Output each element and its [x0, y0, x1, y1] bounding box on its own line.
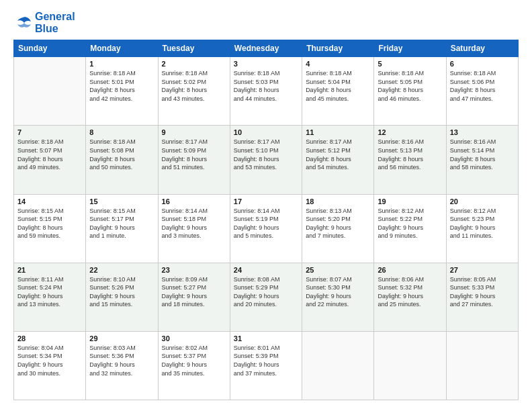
logo: General Blue — [13, 11, 75, 34]
day-info: Sunrise: 8:15 AM Sunset: 5:15 PM Dayligh… — [17, 207, 82, 240]
day-cell: 15Sunrise: 8:15 AM Sunset: 5:17 PM Dayli… — [86, 194, 158, 263]
day-cell — [374, 331, 446, 400]
day-number: 24 — [234, 266, 298, 274]
day-number: 3 — [234, 60, 298, 68]
day-number: 10 — [234, 128, 298, 136]
day-cell: 13Sunrise: 8:16 AM Sunset: 5:14 PM Dayli… — [446, 126, 518, 194]
weekday-header-sunday: Sunday — [14, 40, 86, 57]
day-number: 23 — [162, 266, 226, 274]
day-number: 9 — [162, 128, 226, 136]
day-number: 19 — [378, 197, 442, 205]
day-info: Sunrise: 8:18 AM Sunset: 5:04 PM Dayligh… — [306, 69, 370, 103]
weekday-header-thursday: Thursday — [302, 40, 374, 57]
day-cell — [302, 331, 374, 400]
day-number: 5 — [378, 60, 442, 68]
day-info: Sunrise: 8:02 AM Sunset: 5:37 PM Dayligh… — [162, 344, 226, 377]
week-row-1: 1Sunrise: 8:18 AM Sunset: 5:01 PM Daylig… — [14, 57, 519, 126]
calendar-table: SundayMondayTuesdayWednesdayThursdayFrid… — [13, 40, 519, 400]
day-info: Sunrise: 8:09 AM Sunset: 5:27 PM Dayligh… — [162, 275, 226, 309]
day-info: Sunrise: 8:10 AM Sunset: 5:26 PM Dayligh… — [89, 275, 154, 309]
day-cell: 9Sunrise: 8:17 AM Sunset: 5:09 PM Daylig… — [158, 126, 230, 194]
day-info: Sunrise: 8:18 AM Sunset: 5:01 PM Dayligh… — [89, 69, 154, 103]
day-info: Sunrise: 8:12 AM Sunset: 5:22 PM Dayligh… — [378, 207, 442, 240]
day-cell — [14, 57, 86, 126]
logo-text: General Blue — [35, 11, 75, 34]
day-cell: 30Sunrise: 8:02 AM Sunset: 5:37 PM Dayli… — [158, 331, 230, 400]
day-number: 17 — [234, 197, 298, 205]
day-cell: 3Sunrise: 8:18 AM Sunset: 5:03 PM Daylig… — [230, 57, 302, 126]
day-number: 15 — [89, 197, 154, 205]
header: General Blue — [13, 11, 519, 34]
day-number: 22 — [89, 266, 154, 274]
day-info: Sunrise: 8:16 AM Sunset: 5:13 PM Dayligh… — [378, 138, 442, 171]
day-number: 4 — [306, 60, 370, 68]
day-number: 29 — [89, 334, 154, 342]
day-cell: 21Sunrise: 8:11 AM Sunset: 5:24 PM Dayli… — [14, 263, 86, 331]
day-number: 12 — [378, 128, 442, 136]
day-number: 21 — [17, 266, 82, 274]
day-cell: 28Sunrise: 8:04 AM Sunset: 5:34 PM Dayli… — [14, 331, 86, 400]
day-info: Sunrise: 8:08 AM Sunset: 5:29 PM Dayligh… — [234, 275, 298, 309]
day-cell: 6Sunrise: 8:18 AM Sunset: 5:06 PM Daylig… — [446, 57, 518, 126]
day-number: 14 — [17, 197, 82, 205]
day-info: Sunrise: 8:17 AM Sunset: 5:09 PM Dayligh… — [162, 138, 226, 171]
day-cell: 8Sunrise: 8:18 AM Sunset: 5:08 PM Daylig… — [86, 126, 158, 194]
weekday-header-monday: Monday — [86, 40, 158, 57]
week-row-4: 21Sunrise: 8:11 AM Sunset: 5:24 PM Dayli… — [14, 263, 519, 331]
day-cell: 20Sunrise: 8:12 AM Sunset: 5:23 PM Dayli… — [446, 194, 518, 263]
weekday-header-wednesday: Wednesday — [230, 40, 302, 57]
day-cell: 10Sunrise: 8:17 AM Sunset: 5:10 PM Dayli… — [230, 126, 302, 194]
day-info: Sunrise: 8:12 AM Sunset: 5:23 PM Dayligh… — [450, 207, 515, 240]
weekday-header-row: SundayMondayTuesdayWednesdayThursdayFrid… — [14, 40, 519, 57]
day-number: 1 — [89, 60, 154, 68]
weekday-header-friday: Friday — [374, 40, 446, 57]
day-cell: 4Sunrise: 8:18 AM Sunset: 5:04 PM Daylig… — [302, 57, 374, 126]
day-info: Sunrise: 8:18 AM Sunset: 5:07 PM Dayligh… — [17, 138, 82, 171]
day-number: 30 — [162, 334, 226, 342]
week-row-3: 14Sunrise: 8:15 AM Sunset: 5:15 PM Dayli… — [14, 194, 519, 263]
day-info: Sunrise: 8:03 AM Sunset: 5:36 PM Dayligh… — [89, 344, 154, 377]
day-info: Sunrise: 8:15 AM Sunset: 5:17 PM Dayligh… — [89, 207, 154, 240]
day-info: Sunrise: 8:11 AM Sunset: 5:24 PM Dayligh… — [17, 275, 82, 309]
day-number: 28 — [17, 334, 82, 342]
day-cell: 12Sunrise: 8:16 AM Sunset: 5:13 PM Dayli… — [374, 126, 446, 194]
day-info: Sunrise: 8:07 AM Sunset: 5:30 PM Dayligh… — [306, 275, 370, 309]
day-number: 6 — [450, 60, 515, 68]
day-number: 7 — [17, 128, 82, 136]
day-number: 13 — [450, 128, 515, 136]
weekday-header-tuesday: Tuesday — [158, 40, 230, 57]
day-cell: 23Sunrise: 8:09 AM Sunset: 5:27 PM Dayli… — [158, 263, 230, 331]
week-row-2: 7Sunrise: 8:18 AM Sunset: 5:07 PM Daylig… — [14, 126, 519, 194]
day-cell: 11Sunrise: 8:17 AM Sunset: 5:12 PM Dayli… — [302, 126, 374, 194]
day-info: Sunrise: 8:06 AM Sunset: 5:32 PM Dayligh… — [378, 275, 442, 309]
day-info: Sunrise: 8:18 AM Sunset: 5:06 PM Dayligh… — [450, 69, 515, 103]
calendar-page: General Blue SundayMondayTuesdayWednesda… — [0, 0, 532, 411]
day-cell: 22Sunrise: 8:10 AM Sunset: 5:26 PM Dayli… — [86, 263, 158, 331]
day-number: 2 — [162, 60, 226, 68]
day-cell: 16Sunrise: 8:14 AM Sunset: 5:18 PM Dayli… — [158, 194, 230, 263]
day-info: Sunrise: 8:14 AM Sunset: 5:19 PM Dayligh… — [234, 207, 298, 240]
day-number: 25 — [306, 266, 370, 274]
logo-icon — [13, 15, 32, 31]
day-info: Sunrise: 8:18 AM Sunset: 5:08 PM Dayligh… — [89, 138, 154, 171]
day-cell: 31Sunrise: 8:01 AM Sunset: 5:39 PM Dayli… — [230, 331, 302, 400]
day-number: 8 — [89, 128, 154, 136]
day-cell: 17Sunrise: 8:14 AM Sunset: 5:19 PM Dayli… — [230, 194, 302, 263]
weekday-header-saturday: Saturday — [446, 40, 518, 57]
day-info: Sunrise: 8:17 AM Sunset: 5:12 PM Dayligh… — [306, 138, 370, 171]
day-number: 16 — [162, 197, 226, 205]
day-cell: 19Sunrise: 8:12 AM Sunset: 5:22 PM Dayli… — [374, 194, 446, 263]
day-number: 11 — [306, 128, 370, 136]
day-info: Sunrise: 8:18 AM Sunset: 5:05 PM Dayligh… — [378, 69, 442, 103]
day-cell: 25Sunrise: 8:07 AM Sunset: 5:30 PM Dayli… — [302, 263, 374, 331]
day-number: 26 — [378, 266, 442, 274]
day-info: Sunrise: 8:18 AM Sunset: 5:02 PM Dayligh… — [162, 69, 226, 103]
day-cell: 1Sunrise: 8:18 AM Sunset: 5:01 PM Daylig… — [86, 57, 158, 126]
day-number: 20 — [450, 197, 515, 205]
day-cell: 2Sunrise: 8:18 AM Sunset: 5:02 PM Daylig… — [158, 57, 230, 126]
day-cell: 7Sunrise: 8:18 AM Sunset: 5:07 PM Daylig… — [14, 126, 86, 194]
day-cell: 5Sunrise: 8:18 AM Sunset: 5:05 PM Daylig… — [374, 57, 446, 126]
week-row-5: 28Sunrise: 8:04 AM Sunset: 5:34 PM Dayli… — [14, 331, 519, 400]
day-info: Sunrise: 8:01 AM Sunset: 5:39 PM Dayligh… — [234, 344, 298, 377]
day-info: Sunrise: 8:17 AM Sunset: 5:10 PM Dayligh… — [234, 138, 298, 171]
